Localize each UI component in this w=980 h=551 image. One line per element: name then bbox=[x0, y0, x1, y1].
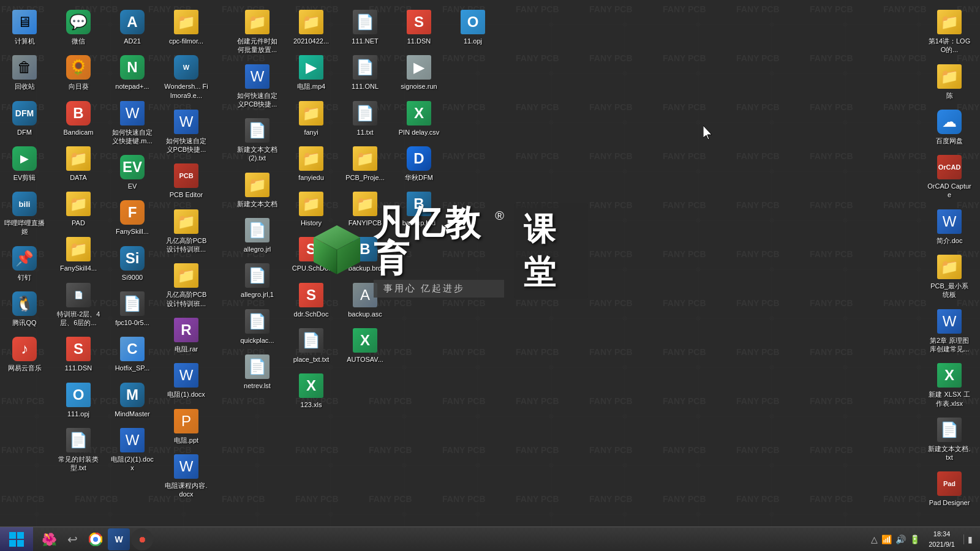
icon-pcb-editor[interactable]: PCB PCB Editor bbox=[162, 160, 211, 203]
icon-new-xlsx-label: 新建 XLSX 工作表.xlsx bbox=[927, 390, 971, 408]
icon-electric-rar[interactable]: R 电阻.rar bbox=[162, 314, 211, 357]
icon-pad[interactable]: 📁 PAD bbox=[54, 188, 103, 231]
icon-fpc10[interactable]: 📄 fpc10-0r5... bbox=[108, 288, 157, 331]
icon-folder-20210422[interactable]: 📁 20210422... bbox=[287, 6, 336, 49]
icon-fanyskill[interactable]: F FanySkill... bbox=[108, 197, 157, 239]
tray-show-desktop[interactable]: ▮ bbox=[963, 534, 973, 544]
icon-jian-doc[interactable]: W 简介.doc bbox=[925, 206, 974, 249]
icon-fany-high-pcb[interactable]: 📁 凡亿高阶PCB设计特训班... bbox=[162, 206, 211, 258]
icon-hotfix[interactable]: C Hotfix_SP... bbox=[108, 333, 157, 376]
icon-how-pcb[interactable]: W 如何快速自定义PCB快捷... bbox=[162, 106, 211, 158]
icon-new-txt[interactable]: 📁 新建文本文档 bbox=[233, 169, 282, 212]
icon-bandicam[interactable]: B Bandicam bbox=[54, 97, 103, 140]
icon-ev-cut[interactable]: ▶ EV剪辑 bbox=[0, 143, 49, 186]
icon-baidu-disk[interactable]: ☁ 百度网盘 bbox=[925, 106, 974, 149]
icon-electric-2[interactable]: W 电阻(2)(1).docx bbox=[108, 424, 157, 476]
icon-txt-11[interactable]: 📄 11.txt bbox=[341, 97, 390, 140]
icon-ad21[interactable]: A AD21 bbox=[108, 6, 157, 49]
icon-live[interactable]: bili 哔哩哔哩直播姬 bbox=[0, 188, 49, 240]
icon-create-element[interactable]: 📁 创建元件时如何批量放置... bbox=[233, 6, 282, 58]
system-tray: △ 📶 🔊 🔋 18:34 2021/9/1 ▮ bbox=[864, 529, 980, 549]
icon-mindmaster[interactable]: M MindMaster bbox=[108, 379, 157, 422]
icon-allegro-jrl[interactable]: 📄 allegro.jrl bbox=[233, 214, 282, 257]
icon-123-xls[interactable]: X 123.xls bbox=[287, 370, 336, 413]
icon-pad-designer[interactable]: Pad Pad Designer bbox=[925, 468, 974, 511]
icon-dfm[interactable]: DFM DFM bbox=[0, 97, 49, 140]
icon-pcb-min[interactable]: 📁 PCB_最小系统板 bbox=[925, 251, 974, 303]
taskbar-icon-chrome[interactable] bbox=[85, 528, 107, 550]
icon-how-pcb-fast[interactable]: W 如何快速自定义PCB快捷... bbox=[233, 61, 282, 113]
icon-allegro-jrl-1[interactable]: 📄 allegro.jrl,1 bbox=[233, 260, 282, 302]
icon-pcb-proje[interactable]: 📁 PCB_Proje... bbox=[341, 143, 390, 186]
icon-onl-111[interactable]: 📄 111.ONL bbox=[341, 51, 390, 94]
icon-notepad[interactable]: N notepad+... bbox=[108, 51, 157, 94]
tray-network[interactable]: 📶 bbox=[881, 534, 892, 544]
icon-electric-course[interactable]: W 电阻课程内容.docx bbox=[162, 451, 211, 503]
icon-opj-111[interactable]: O 111.opj bbox=[54, 379, 103, 422]
tray-show-hidden[interactable]: △ bbox=[871, 534, 878, 544]
icon-pin-delay[interactable]: X PIN delay.csv bbox=[394, 97, 443, 140]
icon-ev-cut-label: EV剪辑 bbox=[13, 173, 36, 182]
icon-fany-high-pcb-2[interactable]: 📁 凡亿高阶PCB设计特训班... bbox=[162, 260, 211, 312]
pad-icon: 📁 bbox=[66, 192, 91, 216]
icon-fanyiedu-label: fanyiedu bbox=[298, 173, 324, 182]
icon-fanyskill4[interactable]: 📁 FanySkill4... bbox=[54, 233, 103, 276]
icon-data[interactable]: 📁 DATA bbox=[54, 143, 103, 186]
opj-111-icon: O bbox=[66, 383, 91, 407]
taskbar-icon-back[interactable]: ↩ bbox=[61, 528, 83, 550]
icon-netrev[interactable]: 📄 netrev.lst bbox=[233, 351, 282, 394]
icon-electric-mp4[interactable]: ▶ 电阻.mp4 bbox=[287, 51, 336, 94]
icon-si9000[interactable]: Si Si9000 bbox=[108, 242, 157, 285]
icon-lecture14[interactable]: 📁 第14讲：LOGO的... bbox=[925, 6, 974, 58]
icon-123-xls-label: 123.xls bbox=[301, 400, 322, 409]
icon-autosav[interactable]: X AUTOSAV... bbox=[341, 324, 390, 367]
icon-new-xlsx[interactable]: X 新建 XLSX 工作表.xlsx bbox=[925, 359, 974, 411]
icon-dsn-111[interactable]: S 111.DSN bbox=[54, 333, 103, 376]
icon-chen[interactable]: 📁 陈 bbox=[925, 61, 974, 103]
icon-electric-ppt[interactable]: P 电阻.ppt bbox=[162, 405, 211, 448]
icon-chap2[interactable]: W 第2章 原理图库创建常见... bbox=[925, 305, 974, 358]
icon-wechat[interactable]: 💬 微信 bbox=[54, 6, 103, 49]
icon-dsn-11[interactable]: S 11.DSN bbox=[394, 6, 443, 49]
ev-icon: EV bbox=[120, 155, 145, 179]
icon-how-shortcut[interactable]: W 如何快速自定义快捷键.m... bbox=[108, 97, 157, 149]
icon-electric-doc[interactable]: W 电阻(1).docx bbox=[162, 359, 211, 402]
icon-place-txt[interactable]: 📄 place_txt.txt bbox=[287, 324, 336, 367]
icon-signoise-label: signoise.run bbox=[401, 82, 437, 91]
icon-place-txt-label: place_txt.txt bbox=[293, 355, 330, 364]
icon-recycle[interactable]: 🗑 回收站 bbox=[0, 51, 49, 94]
icon-sunflower[interactable]: 🌻 向日葵 bbox=[54, 51, 103, 94]
clock[interactable]: 18:34 2021/9/1 bbox=[924, 529, 960, 549]
icon-fanyi[interactable]: 📁 fanyi bbox=[287, 97, 336, 140]
icon-qq[interactable]: 🐧 腾讯QQ bbox=[0, 288, 49, 331]
icon-computer[interactable]: 🖥 计算机 bbox=[0, 6, 49, 49]
tray-sound[interactable]: 🔊 bbox=[895, 534, 906, 544]
allegro-jrl-1-icon: 📄 bbox=[245, 263, 270, 288]
icon-new-txt-r[interactable]: 📄 新建文本文档.txt bbox=[925, 414, 974, 466]
icon-net-111[interactable]: 📄 111.NET bbox=[341, 6, 390, 49]
icon-huaqiu-dfm[interactable]: D 华秋DFM bbox=[394, 143, 443, 186]
icon-nail[interactable]: 📌 钉钉 bbox=[0, 242, 49, 285]
dsn-111-icon: S bbox=[66, 337, 91, 361]
start-button[interactable] bbox=[0, 527, 33, 552]
icon-fanyiedu[interactable]: 📁 fanyiedu bbox=[287, 143, 336, 186]
icon-orcad[interactable]: OrCAD OrCAD Capture bbox=[925, 151, 974, 203]
icon-computer-label: 计算机 bbox=[15, 37, 35, 45]
icon-opj-11[interactable]: O 11.opj bbox=[448, 6, 497, 49]
icon-wondershare[interactable]: W Wondersh... Filmora9.e... bbox=[162, 51, 211, 103]
tray-battery[interactable]: 🔋 bbox=[910, 534, 920, 544]
icon-ev[interactable]: EV EV bbox=[108, 151, 157, 194]
icon-electric-doc-label: 电阻(1).docx bbox=[167, 390, 205, 399]
taskbar-icon-flower[interactable]: 🌺 bbox=[38, 528, 60, 550]
icon-package[interactable]: 📄 常见的封装类型.txt bbox=[54, 424, 103, 476]
taskbar-icon-word[interactable]: W bbox=[108, 528, 130, 550]
signoise-icon: ▶ bbox=[407, 55, 431, 80]
icon-special-train[interactable]: 📄 特训班-2层、4层、6层的... bbox=[54, 279, 103, 331]
icon-signoise[interactable]: ▶ signoise.run bbox=[394, 51, 443, 94]
icon-new-txt-2[interactable]: 📄 新建文本文档(2).txt bbox=[233, 114, 282, 167]
icon-quickplace[interactable]: 📄 quickplac... bbox=[233, 305, 282, 348]
taskbar-icon-record[interactable]: ⏺ bbox=[131, 528, 153, 550]
icon-music[interactable]: ♪ 网易云音乐 bbox=[0, 333, 49, 376]
qq-icon: 🐧 bbox=[12, 291, 37, 316]
icon-cpc-film[interactable]: 📁 cpc-filmor... bbox=[162, 6, 211, 49]
